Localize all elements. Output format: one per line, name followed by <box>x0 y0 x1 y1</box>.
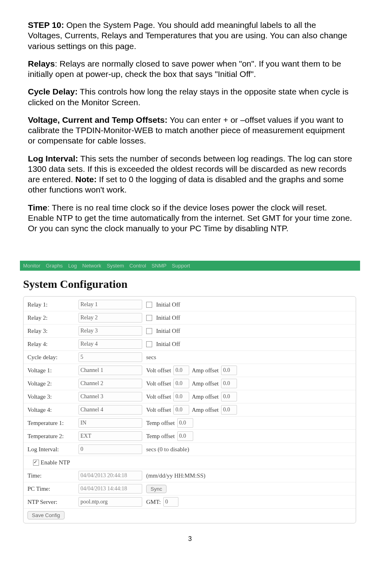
nav-system[interactable]: System <box>107 263 124 269</box>
relay4-input[interactable] <box>78 339 142 349</box>
amp-offset-input-3[interactable] <box>221 392 237 401</box>
time-label: Time: <box>27 472 78 479</box>
loginterval-input[interactable] <box>78 444 142 454</box>
volt-offset-label-1: Volt offset <box>146 367 171 374</box>
amp-offset-label-2: Amp offset <box>192 380 219 387</box>
relay2-label: Relay 2: <box>27 315 78 321</box>
voltage3-label: Voltage 3: <box>27 393 78 400</box>
volt-offset-label-3: Volt offset <box>146 393 171 400</box>
pctime-input[interactable] <box>78 484 142 494</box>
offsets-paragraph: Voltage, Current and Temp Offsets: You c… <box>28 115 352 146</box>
nav-bar: Monitor Graphs Log Network System Contro… <box>20 261 360 271</box>
time-body: : There is no real time clock so if the … <box>28 203 352 233</box>
time-paragraph: Time: There is no real time clock so if … <box>28 203 352 234</box>
gmt-label: GMT: <box>146 499 161 505</box>
relays-paragraph: Relays: Relays are normally closed to sa… <box>28 59 352 80</box>
relay3-input[interactable] <box>78 326 142 336</box>
cycledelay-unit: secs <box>146 354 156 361</box>
relay2-input[interactable] <box>78 313 142 323</box>
time-format-label: (mm/dd/yy HH:MM:SS) <box>146 472 206 479</box>
time-input[interactable] <box>78 471 142 480</box>
relay1-label: Relay 1: <box>27 301 78 308</box>
amp-offset-input-1[interactable] <box>221 366 237 375</box>
volt-offset-input-1[interactable] <box>173 366 189 375</box>
voltage2-input[interactable] <box>78 379 142 388</box>
amp-offset-label-4: Amp offset <box>192 407 219 413</box>
nav-support[interactable]: Support <box>172 263 190 269</box>
logint-paragraph: Log Interval: This sets the number of se… <box>28 153 352 195</box>
volt-offset-input-3[interactable] <box>173 392 189 401</box>
loginterval-label: Log Interval: <box>27 446 78 453</box>
page-number: 3 <box>0 535 380 555</box>
nav-network[interactable]: Network <box>82 263 102 269</box>
relay4-initialoff-checkbox[interactable] <box>146 341 152 347</box>
temp2-input[interactable] <box>78 431 142 441</box>
volt-offset-input-2[interactable] <box>173 379 189 388</box>
relay1-initialoff-checkbox[interactable] <box>146 302 152 308</box>
cycle-label: Cycle Delay: <box>28 87 78 96</box>
loginterval-unit: secs (0 to disable) <box>146 446 189 453</box>
cycledelay-input[interactable] <box>78 352 142 362</box>
config-table: Relay 1: Initial Off Relay 2: Initial Of… <box>23 296 356 523</box>
relay3-initialoff-label: Initial Off <box>156 328 180 334</box>
temp-offset-input-2[interactable] <box>177 431 193 441</box>
sync-button[interactable]: Sync <box>146 485 166 493</box>
voltage4-input[interactable] <box>78 405 142 415</box>
amp-offset-label-3: Amp offset <box>192 393 219 400</box>
step10-body: Open the System Page. You should add mea… <box>28 20 347 51</box>
nav-graphs[interactable]: Graphs <box>46 263 63 269</box>
page-title: System Configuration <box>23 278 360 291</box>
relay2-initialoff-label: Initial Off <box>156 315 180 321</box>
relay2-initialoff-checkbox[interactable] <box>146 315 152 321</box>
temp-offset-input-1[interactable] <box>177 418 193 428</box>
volt-offset-input-4[interactable] <box>173 405 189 415</box>
volt-offset-label-2: Volt offset <box>146 380 171 387</box>
amp-offset-input-2[interactable] <box>221 379 237 388</box>
amp-offset-label-1: Amp offset <box>192 367 219 374</box>
gmt-input[interactable] <box>163 497 178 507</box>
voltage2-label: Voltage 2: <box>27 380 78 387</box>
logint-note: Note: <box>75 175 97 184</box>
nav-log[interactable]: Log <box>68 263 77 269</box>
step10-paragraph: STEP 10: Open the System Page. You shoul… <box>28 20 352 51</box>
relay1-input[interactable] <box>78 300 142 309</box>
relay3-label: Relay 3: <box>27 328 78 334</box>
ntpserver-label: NTP Server: <box>27 499 78 505</box>
app-screenshot: Monitor Graphs Log Network System Contro… <box>20 261 360 523</box>
relays-label: Relays <box>28 59 55 68</box>
save-config-button[interactable]: Save Config <box>27 511 65 519</box>
cycledelay-label: Cycle delay: <box>27 354 78 361</box>
cycle-paragraph: Cycle Delay: This controls how long the … <box>28 87 352 108</box>
temp2-label: Temperature 2: <box>27 433 78 440</box>
enable-ntp-checkbox[interactable] <box>33 460 39 466</box>
voltage3-input[interactable] <box>78 392 142 401</box>
voltage4-label: Voltage 4: <box>27 407 78 413</box>
relay1-initialoff-label: Initial Off <box>156 301 180 308</box>
voltage1-label: Voltage 1: <box>27 367 78 374</box>
time-label: Time <box>28 203 47 212</box>
volt-offset-label-4: Volt offset <box>146 407 171 413</box>
step10-label: STEP 10: <box>28 20 64 29</box>
relay3-initialoff-checkbox[interactable] <box>146 328 152 334</box>
nav-snmp[interactable]: SNMP <box>151 263 166 269</box>
ntpserver-input[interactable] <box>78 497 142 507</box>
offsets-label: Voltage, Current and Temp Offsets: <box>28 115 167 124</box>
temp1-input[interactable] <box>78 418 142 428</box>
temp1-label: Temperature 1: <box>27 420 78 427</box>
nav-monitor[interactable]: Monitor <box>23 263 40 269</box>
temp-offset-label-1: Temp offset <box>146 420 175 427</box>
amp-offset-input-4[interactable] <box>221 405 237 415</box>
relay4-initialoff-label: Initial Off <box>156 341 180 348</box>
voltage1-input[interactable] <box>78 366 142 375</box>
relay4-label: Relay 4: <box>27 341 78 348</box>
temp-offset-label-2: Temp offset <box>146 433 175 440</box>
logint-label: Log Interval: <box>28 154 78 163</box>
pctime-label: PC Time: <box>27 486 78 492</box>
nav-control[interactable]: Control <box>129 263 146 269</box>
enable-ntp-label: Enable NTP <box>41 459 70 466</box>
relays-body: : Relays are normally closed to save pow… <box>28 59 341 79</box>
